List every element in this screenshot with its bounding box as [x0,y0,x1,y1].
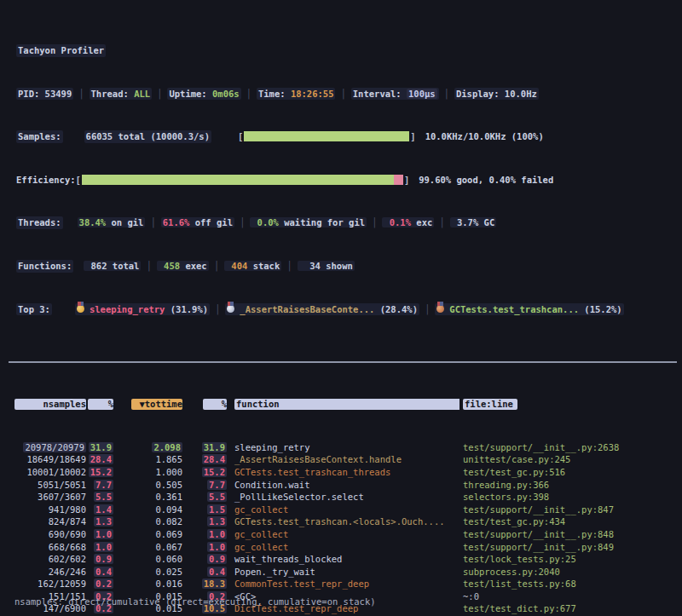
threads-stat-value: 0.1% [384,217,411,227]
sort-header-nsamples[interactable]: nsamples [14,399,86,410]
status-time-value: 18:26:55 [291,89,334,99]
nsamples-value: 10001/10002 [26,467,86,477]
function-name: GCTests.test_trashcan.<locals>.Ouch.... [227,515,459,528]
status-display-value: 10.0Hz [505,89,537,99]
separator-bar: │ [145,217,160,227]
direct-percent-cell: 28.4 [86,453,113,466]
table-row: 5051/50517.70.5057.7Condition.waitthread… [2,479,682,492]
functions-items: 862 total│ 458 exec│ 404 stack│ 34 shown [84,260,355,273]
cumulative-percent-value: 15.2 [202,467,227,477]
threads-stat-text: on gil [106,217,143,227]
sort-header-tottime[interactable]: ▼tottime [131,399,182,410]
file-line: test/support/__init__.py:848 [459,528,680,541]
bronze-medal-icon [436,305,444,313]
samples-label: Samples: [16,130,63,143]
functions-stat-text: stack [247,261,280,271]
threads-stat: 38.4% on gil [78,217,146,227]
threads-stat-value: 3.7% [452,217,479,227]
top3-function-name: sleeping_retry [90,303,165,316]
function-name: gc_collect [227,504,459,516]
sort-header-%[interactable]: % [203,399,227,410]
function-name: wait_threads_blocked [227,553,459,566]
status-pid: PID: 53499 [16,88,73,101]
file-line: test/support/__init__.py:847 [459,504,680,516]
tottime-cell: 0.060 [113,553,182,566]
function-name: _PollLikeSelector.select [227,491,459,504]
table-row: 668/6681.00.0671.0gc_collecttest/support… [2,541,682,554]
table-row: 824/8741.30.0821.3GCTests.test_trashcan.… [2,515,682,528]
cumulative-percent-value: 0.9 [207,554,227,564]
cumulative-percent-cell: 1.5 [182,504,227,516]
nsamples-value: 18649/18649 [26,454,86,464]
direct-percent-cell: 0.9 [86,553,113,566]
cumulative-percent-cell: 0.9 [182,553,227,566]
nsamples-cell: 941/980 [2,504,86,516]
threads-stat: 0.0% waiting for gil [250,217,367,227]
tottime-cell: 0.067 [113,541,182,554]
table-row: 3607/36075.50.3615.5_PollLikeSelector.se… [2,491,682,504]
tottime-value: 0.082 [155,516,182,527]
sort-header-function[interactable]: function [234,399,459,410]
silver-medal-icon [227,305,234,313]
file-line: test/list_tests.py:68 [459,578,680,590]
status-pid-value: 53499 [45,89,72,99]
efficiency-summary: 99.60% good, 0.40% failed [419,174,553,187]
direct-percent-value: 1.3 [94,516,113,527]
status-thread-label: Thread: [91,89,135,99]
efficiency-label: Efficiency: [16,174,76,187]
status-display-label: Display: [456,89,505,99]
functions-stat-text: total [107,261,140,271]
efficiency-bar-open: [ [76,174,81,187]
separator-bar: │ [419,303,435,316]
function-name: GCTests.test_trashcan_threads [227,466,459,479]
table-row: 602/6020.90.0600.9wait_threads_blockedte… [2,553,682,566]
separator-bar: │ [141,261,156,271]
top3-percent: (28.4%) [374,303,418,316]
tottime-cell: 0.505 [113,479,182,492]
file-line: subprocess.py:2040 [459,566,680,579]
status-time: Time: 18:26:55 [257,88,336,101]
sort-header-%[interactable]: % [88,399,113,410]
file-line: test/support/__init__.py:2638 [459,441,680,454]
samples-line: Samples:66035 total (10000.3/s)[]10.0KHz… [0,130,682,143]
top3-label: Top 3: [16,303,52,316]
samples-bar-open: [ [238,130,243,143]
footer: nsamples: direct/cumulative (direct=exec… [14,571,376,616]
tottime-value: 1.000 [155,467,182,477]
threads-stat-text: off gil [189,217,233,227]
top3-function-name: _AssertRaisesBaseConte... [240,303,374,316]
status-interval-label: Interval: [353,89,407,99]
status-interval: Interval: 100µs [351,88,439,101]
status-display: Display: 10.0Hz [454,88,539,101]
efficiency-bar-close: ] [404,174,409,187]
threads-items: 38.4% on gil│61.6% off gil│ 0.0% waiting… [78,216,497,229]
nsamples-value: 941/980 [49,504,86,515]
nsamples-cell: 20978/20979 [2,441,86,454]
functions-label: Functions: [16,260,73,273]
threads-stat: 3.7% GC [450,217,497,227]
top3-item-gold: sleeping_retry (31.9%) [75,303,210,316]
cumulative-percent-cell: 1.3 [182,515,227,528]
file-line: test/test_gc.py:516 [459,466,680,479]
column-header-cell: ▼tottime [113,398,182,411]
column-header-cell: % [182,398,227,411]
direct-percent-cell: 1.0 [86,528,113,541]
nsamples-cell: 824/874 [2,515,86,528]
cumulative-percent-value: 5.5 [207,492,227,502]
direct-percent-cell: 31.9 [86,441,113,454]
threads-stat-text: exc [411,217,432,227]
direct-percent-value: 7.7 [94,480,113,490]
nsamples-value: 824/874 [49,516,86,527]
separator-bar: │ [152,88,167,101]
nsamples-value: 3607/3607 [38,492,86,502]
terminal-screen[interactable]: Tachyon Profiler PID: 53499│Thread: ALL│… [0,0,682,616]
threads-stat-value: 0.0% [251,217,279,227]
cumulative-percent-cell: 1.0 [182,528,227,541]
status-thread: Thread: ALL [90,88,153,101]
separator-bar: │ [434,217,449,227]
nsamples-value: 690/690 [49,529,86,539]
sort-header-file:line[interactable]: file:line [463,399,517,410]
cumulative-percent-cell: 15.2 [182,466,227,479]
footer-legend: nsamples: direct/cumulative (direct=exec… [14,596,376,608]
cumulative-percent-cell: 5.5 [182,491,227,504]
